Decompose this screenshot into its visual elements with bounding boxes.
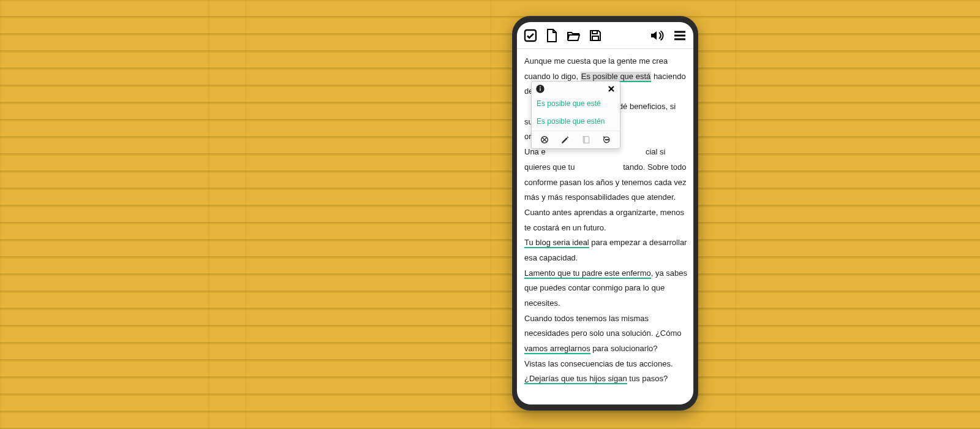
paragraph-5: Cuando todos tenemos las mismas necesida… (524, 311, 687, 357)
grammar-underline[interactable]: vamos arreglarnos (524, 344, 590, 354)
text: Cuando todos tenemos las mismas necesida… (524, 314, 682, 338)
svg-rect-7 (540, 88, 540, 91)
svg-rect-1 (592, 31, 597, 34)
grammar-underline[interactable]: Tu blog seria ideal (524, 238, 589, 248)
suggestion-option[interactable]: Es posible que esté (532, 95, 620, 113)
checkbox-check-icon[interactable] (523, 28, 538, 43)
folder-open-icon[interactable] (566, 28, 581, 43)
grammar-underline[interactable]: ¿Dejarías que tus hijos sigan (524, 374, 627, 384)
wood-background (0, 0, 980, 429)
close-icon[interactable] (606, 84, 616, 94)
new-file-icon[interactable] (544, 28, 559, 43)
info-icon[interactable] (535, 84, 545, 94)
grammar-underline[interactable]: Lamento que tu padre este enfermo (524, 268, 651, 279)
phone-frame: Aunque me cuesta que la gente me crea cu… (512, 16, 698, 411)
popover-header (532, 82, 620, 95)
paragraph-4: Lamento que tu padre este enfermo, ya sa… (524, 266, 687, 311)
ignore-icon[interactable] (540, 135, 549, 145)
paragraph-2: Una e xxxxxxxxxxxxxxxxxxxxxxxx cial si q… (524, 145, 687, 235)
paragraph-6: Vistas las consecuencias de tus acciones… (524, 357, 687, 387)
app-screen: Aunque me cuesta que la gente me crea cu… (517, 22, 693, 404)
suggestion-popover: Es posible que esté Es posible que estén (531, 81, 620, 149)
svg-point-8 (540, 86, 541, 88)
book-icon (581, 135, 591, 145)
speech-bubble-icon[interactable] (602, 135, 612, 145)
text: para solucionarlo? (590, 344, 658, 353)
text: Vistas las consecuencias de tus acciones… (524, 359, 673, 368)
svg-point-16 (606, 139, 607, 140)
speaker-icon[interactable] (649, 28, 664, 43)
svg-rect-2 (592, 36, 598, 40)
paragraph-3: Tu blog seria ideal para empezar a desar… (524, 235, 687, 265)
text: tando. Sobre todo conforme pasan los año… (524, 162, 687, 232)
svg-point-15 (605, 139, 606, 140)
popover-actions (532, 131, 620, 148)
pencil-icon[interactable] (560, 135, 570, 145)
svg-point-17 (608, 139, 608, 140)
text: tus pasos? (627, 374, 668, 383)
editor-content[interactable]: Aunque me cuesta que la gente me crea cu… (517, 49, 693, 404)
hamburger-menu-icon[interactable] (673, 28, 687, 43)
suggestion-option[interactable]: Es posible que estén (532, 113, 620, 131)
save-floppy-icon[interactable] (588, 28, 603, 43)
top-toolbar (517, 22, 693, 49)
svg-rect-0 (525, 30, 536, 41)
